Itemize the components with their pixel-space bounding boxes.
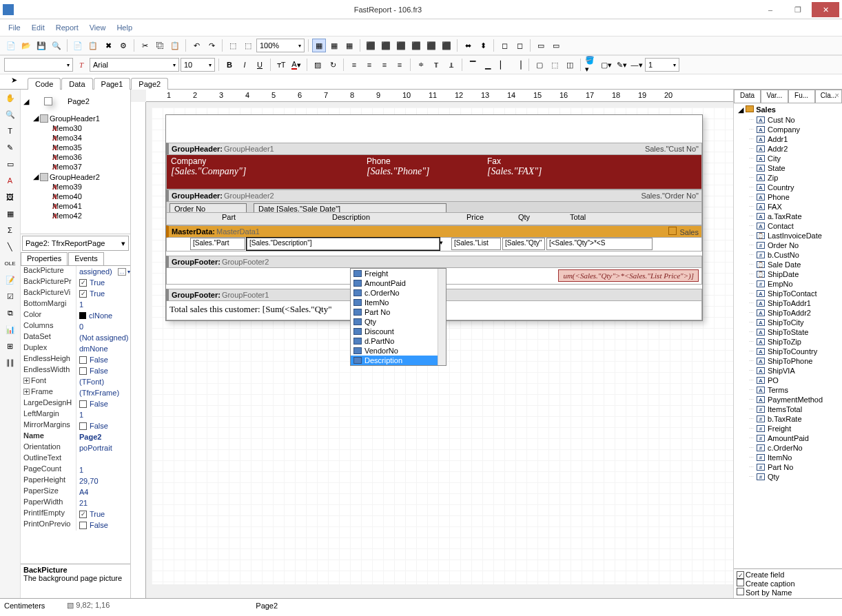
menu-view[interactable]: View bbox=[90, 23, 106, 32]
lineweight-combo[interactable]: 1▾ bbox=[645, 58, 679, 72]
frame-none-icon[interactable]: ⬚ bbox=[548, 58, 562, 72]
frame-bottom-icon[interactable]: ▁ bbox=[481, 58, 495, 72]
close-button[interactable]: ✕ bbox=[812, 2, 839, 17]
property-row[interactable]: +Font(TFont) bbox=[21, 376, 130, 387]
data-field[interactable]: ⋯APO bbox=[735, 376, 841, 385]
tab-data[interactable]: Data bbox=[61, 78, 92, 90]
newdialog-icon[interactable]: 📋 bbox=[86, 39, 100, 52]
property-row[interactable]: BackPictureassigned) …▾ bbox=[21, 266, 130, 277]
design-surface[interactable]: 1234567891011121314151617181920 GroupHea… bbox=[131, 90, 733, 598]
tree-node[interactable]: A Memo35 bbox=[21, 143, 130, 152]
align-left-icon[interactable]: ⬛ bbox=[364, 39, 378, 52]
data-tree[interactable]: ◢ Sales ⋯ACust No⋯ACompany⋯AAddr1⋯AAddr2… bbox=[734, 103, 842, 568]
dropdown-scrollbar[interactable] bbox=[438, 269, 446, 365]
same-height-icon[interactable]: ▭ bbox=[549, 39, 563, 52]
property-row[interactable]: OutlineText bbox=[21, 453, 130, 464]
line-icon[interactable]: ╲ bbox=[3, 240, 17, 254]
menu-help[interactable]: Help bbox=[116, 23, 132, 32]
field-dropdown[interactable]: FreightAmountPaidc.OrderNoItemNoPart NoQ… bbox=[350, 268, 446, 366]
center-v-icon[interactable]: ◻ bbox=[513, 39, 526, 52]
dropdown-item[interactable]: Description▾ bbox=[351, 356, 446, 365]
restore-button[interactable]: ❐ bbox=[784, 2, 812, 17]
grid-icon[interactable]: ▦ bbox=[312, 39, 326, 52]
fontcolor-icon[interactable]: A▾ bbox=[289, 58, 303, 72]
dropdown-arrow-icon[interactable]: ▾ bbox=[440, 239, 443, 246]
halign-right-icon[interactable]: ≡ bbox=[378, 58, 391, 72]
tab-data-right[interactable]: Data bbox=[734, 90, 761, 103]
cut-icon[interactable]: ✂ bbox=[138, 39, 152, 52]
undo-icon[interactable]: ↶ bbox=[189, 39, 203, 52]
data-field[interactable]: ⋯AShipVIA bbox=[735, 366, 841, 376]
property-row[interactable]: BackPicturePr✓True bbox=[21, 277, 130, 288]
dropdown-item[interactable]: VendorNo bbox=[351, 346, 446, 356]
data-field[interactable]: ⋯AShipToContact bbox=[735, 289, 841, 298]
align-bottom-icon[interactable]: ⬛ bbox=[440, 39, 453, 52]
property-row[interactable]: LargeDesignHFalse bbox=[21, 398, 130, 409]
paste-icon[interactable]: 📋 bbox=[168, 39, 182, 52]
style-combo[interactable]: ▾ bbox=[4, 58, 73, 72]
copy-icon[interactable]: ⿻ bbox=[153, 39, 167, 52]
tab-page1[interactable]: Page1 bbox=[94, 78, 131, 90]
data-cell[interactable]: [<Sales."Qty">*<S bbox=[546, 238, 653, 250]
data-field[interactable]: ⋯#EmpNo bbox=[735, 279, 841, 289]
object-selector[interactable]: Page2: TfrxReportPage▾ bbox=[22, 236, 129, 251]
data-field[interactable]: ⋯AAddr1 bbox=[735, 134, 841, 144]
tree-node[interactable]: A Memo36 bbox=[21, 152, 130, 162]
dropdown-item[interactable]: Part No bbox=[351, 307, 446, 317]
memo-field[interactable]: Company[Sales."Company"] bbox=[171, 156, 246, 177]
band-groupheader2[interactable]: GroupHeader: GroupHeader2 Sales."Order N… bbox=[166, 189, 702, 202]
data-field[interactable]: ⋯AShipToAddr2 bbox=[735, 308, 841, 318]
align-center-icon[interactable]: ⬛ bbox=[379, 39, 393, 52]
fillcolor-icon[interactable]: 🪣▾ bbox=[584, 58, 598, 72]
property-row[interactable]: DataSet(Not assigned) bbox=[21, 332, 130, 343]
dropdown-item[interactable]: d.PartNo bbox=[351, 336, 446, 346]
zoomtool-icon[interactable]: 🔍 bbox=[3, 107, 17, 121]
option-check[interactable]: ✓Create field bbox=[737, 571, 839, 579]
newpage-icon[interactable]: 📄 bbox=[71, 39, 85, 52]
data-field[interactable]: ⋯AContact bbox=[735, 221, 841, 231]
property-row[interactable]: EndlessHeighFalse bbox=[21, 354, 130, 365]
halign-center-icon[interactable]: ≡ bbox=[362, 58, 376, 72]
data-field[interactable]: ⋯APaymentMethod bbox=[735, 395, 841, 404]
frame-shadow-icon[interactable]: ◫ bbox=[563, 58, 577, 72]
memo-field[interactable]: Phone[Sales."Phone"] bbox=[367, 156, 429, 177]
deletepage-icon[interactable]: ✖ bbox=[101, 39, 115, 52]
data-field[interactable]: ⋯AShipToState bbox=[735, 327, 841, 337]
font-combo[interactable]: Arial▾ bbox=[90, 58, 179, 72]
tab-page2[interactable]: Page2 bbox=[131, 78, 168, 90]
band-masterdata[interactable]: MasterData: MasterData1 Sales bbox=[166, 225, 702, 238]
memo-field[interactable]: Fax[Sales."FAX"] bbox=[487, 156, 542, 177]
format-icon[interactable]: ✎ bbox=[3, 141, 17, 154]
report-tree[interactable]: ◢ Page2 ◢ GroupHeader1 A Memo30A Memo34A… bbox=[21, 90, 130, 234]
option-check[interactable]: Create caption bbox=[737, 579, 839, 588]
valign-bottom-icon[interactable]: ⫫ bbox=[444, 58, 458, 72]
data-field[interactable]: ⋯AShipToCity bbox=[735, 318, 841, 327]
option-check[interactable]: Sort by Name bbox=[737, 588, 839, 597]
data-field[interactable]: ⋯⌚Sale Date bbox=[735, 260, 841, 269]
chart-icon[interactable]: 📊 bbox=[3, 322, 17, 336]
report-page[interactable]: GroupHeader: GroupHeader1 Sales."Cust No… bbox=[165, 114, 703, 321]
property-row[interactable]: PaperSizeA4 bbox=[21, 486, 130, 497]
band-groupfooter2[interactable]: GroupFooter: GroupFooter2 bbox=[166, 256, 702, 268]
space-v-icon[interactable]: ⬍ bbox=[476, 39, 490, 52]
data-field[interactable]: ⋯AState bbox=[735, 163, 841, 173]
subreport-icon[interactable]: ▦ bbox=[3, 207, 17, 220]
tree-node[interactable]: A Memo34 bbox=[21, 133, 130, 143]
pointer-icon[interactable]: ➤ bbox=[7, 73, 21, 87]
data-cell[interactable]: [Sales."Description"] bbox=[247, 238, 440, 250]
tab-code[interactable]: Code bbox=[28, 78, 61, 90]
property-row[interactable]: NamePage2 bbox=[21, 431, 130, 442]
align-top-icon[interactable]: ⬛ bbox=[409, 39, 423, 52]
data-field[interactable]: ⋯#Order No bbox=[735, 240, 841, 250]
dropdown-item[interactable]: ItemNo bbox=[351, 298, 446, 307]
data-cell[interactable]: [Sales."Qty" bbox=[502, 238, 545, 250]
rich-icon[interactable]: 📝 bbox=[3, 273, 17, 287]
data-field[interactable]: ⋯ACountry bbox=[735, 183, 841, 192]
data-field[interactable]: ⋯#AmountPaid bbox=[735, 433, 841, 443]
data-field[interactable]: ⋯AAddr2 bbox=[735, 144, 841, 154]
data-field[interactable]: ⋯#c.OrderNo bbox=[735, 443, 841, 453]
property-row[interactable]: PageCount1 bbox=[21, 464, 130, 475]
property-row[interactable]: BackPictureVi✓True bbox=[21, 288, 130, 299]
underline-icon[interactable]: U bbox=[253, 58, 267, 72]
data-field[interactable]: ⋯⌚ShipDate bbox=[735, 269, 841, 279]
